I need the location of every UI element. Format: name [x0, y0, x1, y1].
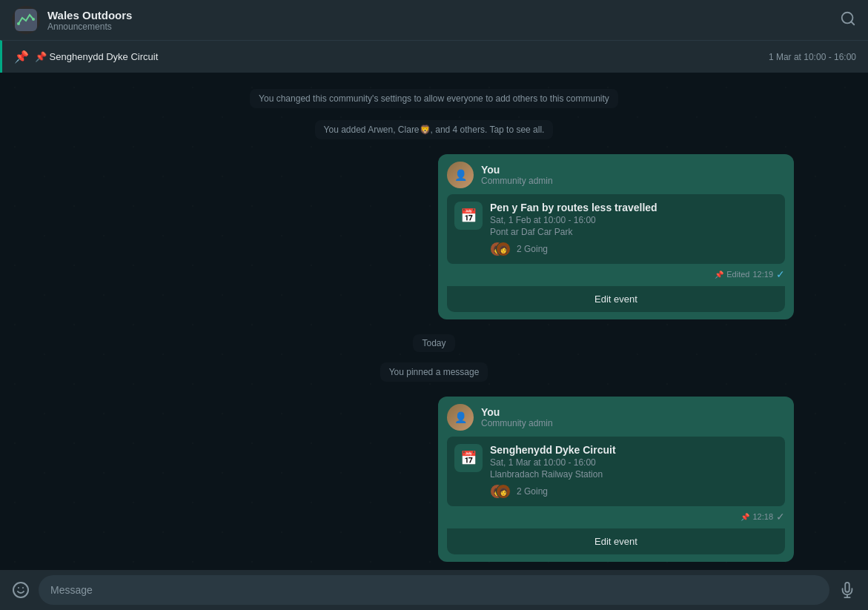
- sender-info-2: You Community admin: [481, 406, 553, 428]
- message-header-2: 👤 You Community admin: [447, 404, 785, 431]
- edit-event-btn-2[interactable]: Edit event: [447, 528, 785, 554]
- you-pinned-notification: You pinned a message: [380, 362, 488, 382]
- edit-event-btn-1[interactable]: Edit event: [447, 286, 785, 312]
- event-attendees-2: 🧑 👩 2 Going: [490, 484, 778, 499]
- svg-line-4: [851, 21, 854, 24]
- attendee-count-2: 2 Going: [517, 486, 548, 497]
- emoji-button[interactable]: [9, 578, 33, 602]
- event-card-2: 📅 Senghenydd Dyke Circuit Sat, 1 Mar at …: [447, 437, 785, 506]
- sender-name-1: You: [481, 164, 553, 176]
- event-details-2: Senghenydd Dyke Circuit Sat, 1 Mar at 10…: [490, 444, 778, 499]
- mic-button[interactable]: [835, 578, 859, 602]
- event-date-2: Sat, 1 Mar at 10:00 - 16:00: [490, 457, 778, 468]
- chat-content: You changed this community's settings to…: [0, 84, 868, 570]
- app-icon: [12, 6, 40, 34]
- pin-indicator-2: 📌: [741, 513, 749, 521]
- sender-role-1: Community admin: [481, 176, 553, 186]
- message-time-2: 12:18: [752, 512, 773, 521]
- event-details-1: Pen y Fan by routes less travelled Sat, …: [490, 202, 778, 256]
- event-icon-2: 📅: [454, 444, 483, 472]
- event-card-1: 📅 Pen y Fan by routes less travelled Sat…: [447, 194, 785, 264]
- avatar-2: 👤: [447, 404, 474, 431]
- message-input[interactable]: [39, 575, 829, 605]
- header: Wales Outdoors Announcements: [0, 0, 868, 40]
- message-footer-1: 📌 Edited 12:19 ✓: [447, 268, 785, 280]
- attendee-avatars-1: 🧑 👩: [490, 242, 506, 256]
- search-icon[interactable]: [840, 10, 856, 30]
- message-footer-2: 📌 12:18 ✓: [447, 511, 785, 523]
- pin-bar[interactable]: 📌 📌 Senghenydd Dyke Circuit 1 Mar at 10:…: [0, 40, 868, 73]
- message-time-1: 12:19: [752, 270, 773, 279]
- input-area: [0, 570, 868, 610]
- chat-area: You changed this community's settings to…: [0, 73, 868, 570]
- avatar-1: 👤: [447, 162, 474, 188]
- pin-indicator-1: 📌: [715, 271, 723, 279]
- pin-bar-icon: 📌: [14, 50, 29, 64]
- event-title-2: Senghenydd Dyke Circuit: [490, 444, 778, 456]
- svg-point-1: [17, 22, 20, 25]
- check-icon-1: ✓: [776, 268, 785, 280]
- attendee-avatar-2b: 👩: [496, 484, 511, 499]
- pin-bar-content: 📌 📌 Senghenydd Dyke Circuit: [14, 50, 158, 64]
- edited-label-1: Edited: [726, 270, 749, 279]
- check-icon-2: ✓: [776, 511, 785, 523]
- header-title: Wales Outdoors Announcements: [47, 9, 132, 32]
- header-left: Wales Outdoors Announcements: [12, 6, 132, 34]
- event-icon-1: 📅: [454, 202, 483, 230]
- event-location-2: Llanbradach Railway Station: [490, 469, 778, 480]
- event-date-1: Sat, 1 Feb at 10:00 - 16:00: [490, 215, 778, 225]
- attendee-count-1: 2 Going: [517, 244, 548, 254]
- system-message-added[interactable]: You added Arwen, Clare🦁, and 4 others. T…: [315, 120, 554, 139]
- attendee-avatar-1b: 👩: [496, 242, 511, 256]
- message-header-1: 👤 You Community admin: [447, 162, 785, 188]
- event-attendees-1: 🧑 👩 2 Going: [490, 242, 778, 256]
- sender-name-2: You: [481, 406, 553, 418]
- pinned-event-time: 1 Mar at 10:00 - 16:00: [769, 52, 856, 62]
- svg-point-5: [13, 583, 28, 597]
- message-bubble-penyFan: 👤 You Community admin 📅 Pen y Fan by rou…: [438, 154, 794, 319]
- event-location-1: Pont ar Daf Car Park: [490, 227, 778, 237]
- group-name: Wales Outdoors: [47, 9, 132, 21]
- attendee-avatars-2: 🧑 👩: [490, 484, 506, 499]
- pinned-event-name: 📌 Senghenydd Dyke Circuit: [35, 51, 158, 62]
- sender-role-2: Community admin: [481, 418, 553, 428]
- group-subtitle: Announcements: [47, 21, 132, 32]
- svg-point-2: [32, 18, 35, 21]
- message-bubble-senghenydd: 👤 You Community admin 📅 Senghenydd Dyke …: [438, 397, 794, 562]
- system-message-settings: You changed this community's settings to…: [250, 89, 618, 108]
- sender-info-1: You Community admin: [481, 164, 553, 186]
- event-title-1: Pen y Fan by routes less travelled: [490, 202, 778, 213]
- date-separator: Today: [413, 334, 454, 352]
